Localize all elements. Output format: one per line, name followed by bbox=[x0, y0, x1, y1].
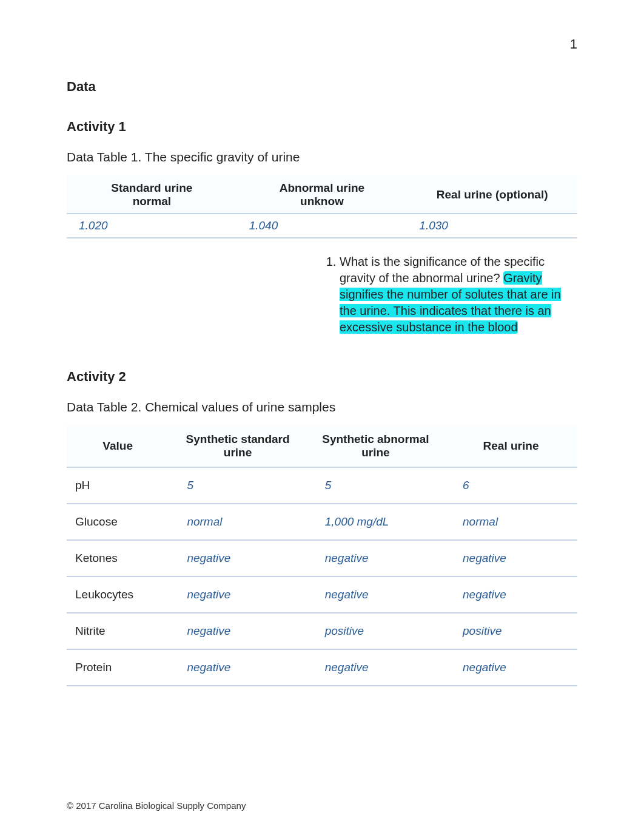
row-label: Ketones bbox=[67, 541, 169, 577]
row-label: Protein bbox=[67, 650, 169, 686]
cell-value: 6 bbox=[444, 468, 577, 504]
table-row: Nitritenegativepositivepositive bbox=[67, 614, 577, 650]
table-row: Leukocytesnegativenegativenegative bbox=[67, 577, 577, 614]
cell-abnormal-value: 1.040 bbox=[237, 214, 408, 238]
cell-value: negative bbox=[169, 577, 306, 614]
cell-value: negative bbox=[169, 541, 306, 577]
cell-value: negative bbox=[444, 577, 577, 614]
table-row: pH556 bbox=[67, 468, 577, 504]
table-specific-gravity: Standard urine normal Abnormal urine unk… bbox=[67, 175, 577, 238]
cell-value: negative bbox=[307, 650, 444, 686]
table-header-row: Value Synthetic standard urine Synthetic… bbox=[67, 425, 577, 468]
table-chemical-values: Value Synthetic standard urine Synthetic… bbox=[67, 425, 577, 686]
table-row: Glucosenormal1,000 mg/dLnormal bbox=[67, 504, 577, 541]
table1-caption: Data Table 1. The specific gravity of ur… bbox=[67, 150, 577, 164]
cell-value: 1,000 mg/dL bbox=[307, 504, 444, 541]
cell-value: negative bbox=[169, 650, 306, 686]
table-row: 1.020 1.040 1.030 bbox=[67, 214, 577, 238]
row-label: Leukocytes bbox=[67, 577, 169, 614]
col-header-abnormal: Abnormal urine unknow bbox=[237, 175, 408, 214]
header-sub: normal bbox=[73, 195, 231, 208]
question-list: What is the significance of the specific… bbox=[321, 254, 576, 336]
cell-value: 5 bbox=[169, 468, 306, 504]
row-label: pH bbox=[67, 468, 169, 504]
col-header-value: Value bbox=[67, 425, 169, 468]
table-row: Proteinnegativenegativenegative bbox=[67, 650, 577, 686]
row-label: Glucose bbox=[67, 504, 169, 541]
table-row: Ketonesnegativenegativenegative bbox=[67, 541, 577, 577]
question-item: What is the significance of the specific… bbox=[340, 254, 576, 336]
cell-value: negative bbox=[307, 577, 444, 614]
cell-value: normal bbox=[444, 504, 577, 541]
col-header-standard: Standard urine normal bbox=[67, 175, 237, 214]
cell-value: 5 bbox=[307, 468, 444, 504]
col-header-real-urine: Real urine bbox=[444, 425, 577, 468]
table-header-row: Standard urine normal Abnormal urine unk… bbox=[67, 175, 577, 214]
heading-activity-2: Activity 2 bbox=[67, 369, 577, 385]
page-number: 1 bbox=[570, 36, 577, 52]
footer-copyright: © 2017 Carolina Biological Supply Compan… bbox=[67, 800, 246, 811]
col-header-synthetic-abnormal: Synthetic abnormal urine bbox=[307, 425, 444, 468]
cell-standard-value: 1.020 bbox=[67, 214, 237, 238]
cell-value: negative bbox=[307, 541, 444, 577]
cell-value: positive bbox=[307, 614, 444, 650]
header-text: Abnormal urine bbox=[280, 181, 364, 194]
cell-value: negative bbox=[169, 614, 306, 650]
cell-value: negative bbox=[444, 541, 577, 577]
table2-caption: Data Table 2. Chemical values of urine s… bbox=[67, 400, 577, 414]
col-header-synthetic-standard: Synthetic standard urine bbox=[169, 425, 306, 468]
heading-data: Data bbox=[67, 79, 577, 95]
row-label: Nitrite bbox=[67, 614, 169, 650]
cell-value: positive bbox=[444, 614, 577, 650]
heading-activity-1: Activity 1 bbox=[67, 119, 577, 135]
cell-real-value: 1.030 bbox=[407, 214, 577, 238]
col-header-real: Real urine (optional) bbox=[407, 175, 577, 214]
header-text: Real urine (optional) bbox=[437, 188, 548, 201]
header-text: Standard urine bbox=[111, 181, 192, 194]
cell-value: negative bbox=[444, 650, 577, 686]
question-block: What is the significance of the specific… bbox=[321, 254, 576, 336]
header-sub: unknow bbox=[243, 195, 401, 208]
cell-value: normal bbox=[169, 504, 306, 541]
